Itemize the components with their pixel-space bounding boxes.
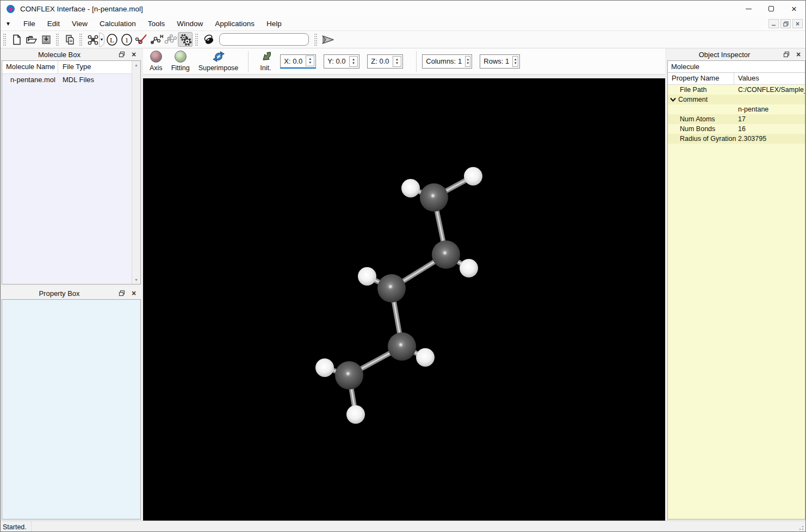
atom-hydrogen[interactable] xyxy=(464,167,482,185)
atom-hydrogen[interactable] xyxy=(315,358,334,377)
columns-spinbox[interactable]: Columns: 1 ▲ ▼ xyxy=(422,54,472,69)
molecule-box-scrollbar[interactable]: ▲ ▼ xyxy=(132,61,140,284)
open-file-button[interactable] xyxy=(24,32,39,47)
init-button[interactable]: Init. xyxy=(254,50,277,73)
menu-help[interactable]: Help xyxy=(261,18,288,29)
command-input[interactable] xyxy=(219,33,309,46)
chevron-down-icon[interactable] xyxy=(670,97,676,102)
superimpose-structures-button[interactable] xyxy=(163,32,178,47)
menu-tools[interactable]: Tools xyxy=(142,18,171,29)
rows-spinbox[interactable]: Rows: 1 ▲ ▼ xyxy=(480,54,520,69)
superimpose-button[interactable]: Superimpose xyxy=(194,50,243,73)
table-row[interactable]: n-pentane.mol MDL Files xyxy=(2,74,140,86)
property-box-float-button[interactable] xyxy=(117,289,127,298)
atom-hydrogen[interactable] xyxy=(460,259,478,277)
molecule-box-close-button[interactable]: × xyxy=(129,50,139,59)
molecule-box-float-button[interactable] xyxy=(117,50,127,59)
add-hydrogen-button[interactable]: H xyxy=(148,32,163,47)
close-button[interactable]: × xyxy=(783,1,805,17)
property-row-num-atoms[interactable]: Num Atoms 17 xyxy=(668,114,805,124)
spin-down-icon[interactable]: ▼ xyxy=(308,61,312,65)
atom-hydrogen[interactable] xyxy=(401,179,420,197)
display-style-button[interactable] xyxy=(85,32,100,47)
scroll-down-icon[interactable]: ▼ xyxy=(134,276,138,284)
spin-up-icon[interactable]: ▲ xyxy=(352,58,355,61)
toolbar-handle[interactable] xyxy=(314,34,317,46)
spin-up-icon[interactable]: ▲ xyxy=(308,57,312,61)
property-row-file-path[interactable]: File Path C:/CONFLEX/Sample_... xyxy=(668,85,805,95)
spin-down-icon[interactable]: ▼ xyxy=(514,61,517,65)
spin-up-icon[interactable]: ▲ xyxy=(466,58,469,61)
toolbar-handle[interactable] xyxy=(79,34,82,46)
property-row-num-bonds[interactable]: Num Bonds 16 xyxy=(668,124,805,134)
property-box-close-button[interactable]: × xyxy=(129,289,139,298)
column-header-file-type[interactable]: File Type xyxy=(58,61,140,73)
display-style-dropdown[interactable]: ▼ xyxy=(99,33,104,47)
menu-file[interactable]: File xyxy=(17,18,41,29)
atom-style-button[interactable] xyxy=(201,32,216,47)
property-row-radius-of-gyration[interactable]: Radius of Gyration 2.303795 xyxy=(668,134,805,144)
property-box-header[interactable]: Property Box × xyxy=(2,287,141,299)
float-icon xyxy=(783,51,790,58)
mdi-restore-button[interactable] xyxy=(780,19,791,28)
menu-edit[interactable]: Edit xyxy=(41,18,66,29)
z-spinner[interactable]: ▲ ▼ xyxy=(393,56,402,67)
menu-applications[interactable]: Applications xyxy=(209,18,261,29)
mdi-child-menu-icon[interactable]: ▼ xyxy=(5,21,11,27)
save-button[interactable] xyxy=(39,32,53,47)
atom-carbon[interactable] xyxy=(432,240,460,269)
axis-button[interactable]: Axis xyxy=(145,50,167,73)
object-inspector-close-button[interactable]: × xyxy=(793,50,803,59)
spin-up-icon[interactable]: ▲ xyxy=(514,58,517,61)
new-file-button[interactable] xyxy=(9,32,24,47)
z-spinbox[interactable]: Z: 0.0 ▲ ▼ xyxy=(367,54,403,69)
rows-spinner[interactable]: ▲ ▼ xyxy=(512,56,518,67)
axis-label: Axis xyxy=(150,64,163,72)
x-spinbox[interactable]: X: 0.0 ▲ ▼ xyxy=(280,54,316,69)
column-header-property-name[interactable]: Property Name xyxy=(668,73,734,84)
toolbar-handle[interactable] xyxy=(56,34,59,46)
property-row-comment[interactable]: Comment xyxy=(668,95,805,104)
toolbar-handle[interactable] xyxy=(3,34,6,46)
scroll-up-icon[interactable]: ▲ xyxy=(134,61,138,69)
spin-down-icon[interactable]: ▼ xyxy=(352,61,355,65)
toolbar-handle[interactable] xyxy=(195,34,198,46)
y-spinner[interactable]: ▲ ▼ xyxy=(349,56,358,67)
atom-carbon[interactable] xyxy=(377,274,406,302)
measure-button[interactable] xyxy=(134,32,148,47)
spin-down-icon[interactable]: ▼ xyxy=(466,61,469,65)
menu-window[interactable]: Window xyxy=(171,18,209,29)
y-spinbox[interactable]: Y: 0.0 ▲ ▼ xyxy=(324,54,359,69)
menu-calculation[interactable]: Calculation xyxy=(94,18,142,29)
spin-up-icon[interactable]: ▲ xyxy=(395,58,399,61)
settings-button[interactable] xyxy=(178,32,193,47)
atom-hydrogen[interactable] xyxy=(358,267,376,286)
atom-carbon[interactable] xyxy=(335,361,363,389)
minimize-button[interactable] xyxy=(737,1,760,17)
menu-view[interactable]: View xyxy=(66,18,94,29)
copy-button[interactable] xyxy=(62,32,77,47)
property-row-comment-value[interactable]: n-pentane xyxy=(668,104,805,114)
label-button[interactable]: L xyxy=(104,32,119,47)
atom-carbon[interactable] xyxy=(420,183,448,212)
maximize-button[interactable] xyxy=(760,1,783,17)
object-inspector-float-button[interactable] xyxy=(782,50,791,59)
molecule-box-header[interactable]: Molecule Box × xyxy=(2,48,141,60)
mdi-minimize-button[interactable] xyxy=(768,19,779,28)
columns-spinner[interactable]: ▲ ▼ xyxy=(465,56,470,67)
fitting-button[interactable]: Fitting xyxy=(167,50,194,73)
viewport-3d[interactable] xyxy=(143,78,665,521)
object-inspector-header[interactable]: Object Inspector × xyxy=(667,48,805,60)
atom-carbon[interactable] xyxy=(388,332,416,361)
atom-hydrogen[interactable] xyxy=(416,348,435,367)
spin-down-icon[interactable]: ▼ xyxy=(395,61,399,65)
run-button[interactable] xyxy=(320,32,335,47)
mdi-close-button[interactable]: × xyxy=(792,19,803,28)
number-button[interactable]: 1 xyxy=(119,32,134,47)
x-spinner[interactable]: ▲ ▼ xyxy=(306,55,314,66)
atom-hydrogen[interactable] xyxy=(346,405,365,424)
molecule-name-cell: n-pentane.mol xyxy=(2,74,58,86)
column-header-values[interactable]: Values xyxy=(734,73,805,84)
resize-grip[interactable] xyxy=(797,523,804,531)
column-header-molecule-name[interactable]: Molecule Name xyxy=(2,61,58,73)
